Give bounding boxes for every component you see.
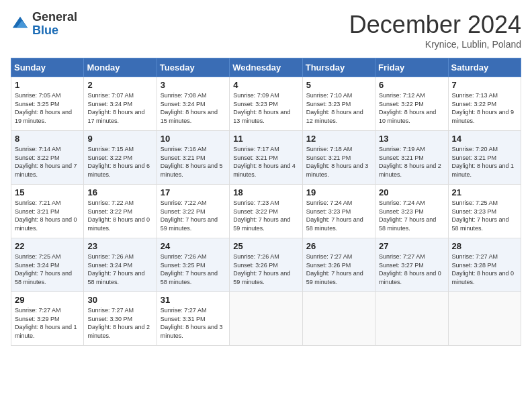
day-number: 2 [87, 80, 152, 90]
page-header: General Blue December 2024 Krynice, Lubl… [11, 11, 521, 50]
day-number: 14 [452, 134, 517, 144]
day-number: 30 [87, 295, 152, 305]
cell-details: Sunrise: 7:22 AMSunset: 3:22 PMDaylight:… [161, 199, 218, 232]
day-number: 3 [161, 80, 226, 90]
day-number: 26 [306, 241, 371, 251]
calendar-week-row: 29 Sunrise: 7:27 AMSunset: 3:29 PMDaylig… [11, 292, 521, 346]
cell-details: Sunrise: 7:16 AMSunset: 3:21 PMDaylight:… [161, 146, 223, 178]
day-number: 18 [233, 187, 298, 197]
cell-details: Sunrise: 7:18 AMSunset: 3:21 PMDaylight:… [306, 146, 369, 178]
day-number: 31 [161, 295, 226, 305]
calendar-week-row: 8 Sunrise: 7:14 AMSunset: 3:22 PMDayligh… [11, 131, 521, 185]
calendar-cell: 19 Sunrise: 7:24 AMSunset: 3:23 PMDaylig… [302, 185, 375, 238]
cell-details: Sunrise: 7:13 AMSunset: 3:22 PMDaylight:… [452, 92, 515, 124]
day-number: 11 [233, 134, 298, 144]
calendar-week-row: 1 Sunrise: 7:05 AMSunset: 3:25 PMDayligh… [11, 77, 521, 131]
calendar-day-header: Thursday [302, 58, 375, 77]
calendar-cell: 23 Sunrise: 7:26 AMSunset: 3:24 PMDaylig… [84, 238, 157, 292]
calendar-cell: 25 Sunrise: 7:26 AMSunset: 3:26 PMDaylig… [230, 238, 302, 292]
month-title: December 2024 [349, 11, 521, 39]
cell-details: Sunrise: 7:10 AMSunset: 3:23 PMDaylight:… [306, 92, 363, 124]
calendar-cell: 17 Sunrise: 7:22 AMSunset: 3:22 PMDaylig… [157, 185, 229, 238]
cell-details: Sunrise: 7:17 AMSunset: 3:21 PMDaylight:… [233, 146, 296, 178]
calendar-cell: 24 Sunrise: 7:26 AMSunset: 3:25 PMDaylig… [157, 238, 229, 292]
cell-details: Sunrise: 7:27 AMSunset: 3:29 PMDaylight:… [15, 307, 77, 339]
cell-details: Sunrise: 7:12 AMSunset: 3:22 PMDaylight:… [379, 92, 436, 124]
calendar-cell: 15 Sunrise: 7:21 AMSunset: 3:21 PMDaylig… [11, 185, 84, 238]
day-number: 12 [306, 134, 371, 144]
day-number: 17 [161, 187, 226, 197]
cell-details: Sunrise: 7:27 AMSunset: 3:26 PMDaylight:… [306, 253, 363, 285]
day-number: 5 [306, 80, 371, 90]
cell-details: Sunrise: 7:24 AMSunset: 3:23 PMDaylight:… [306, 199, 363, 232]
day-number: 19 [306, 187, 371, 197]
calendar-cell: 30 Sunrise: 7:27 AMSunset: 3:30 PMDaylig… [84, 292, 157, 346]
cell-details: Sunrise: 7:22 AMSunset: 3:22 PMDaylight:… [87, 199, 150, 232]
day-number: 23 [87, 241, 152, 251]
day-number: 20 [379, 187, 444, 197]
calendar-cell: 2 Sunrise: 7:07 AMSunset: 3:24 PMDayligh… [84, 77, 157, 131]
calendar-table: SundayMondayTuesdayWednesdayThursdayFrid… [11, 58, 521, 346]
location: Krynice, Lublin, Poland [349, 39, 521, 50]
calendar-cell: 16 Sunrise: 7:22 AMSunset: 3:22 PMDaylig… [84, 185, 157, 238]
cell-details: Sunrise: 7:26 AMSunset: 3:26 PMDaylight:… [233, 253, 290, 285]
calendar-cell: 13 Sunrise: 7:19 AMSunset: 3:21 PMDaylig… [375, 131, 448, 185]
calendar-day-header: Monday [84, 58, 157, 77]
cell-details: Sunrise: 7:20 AMSunset: 3:21 PMDaylight:… [452, 146, 515, 178]
title-block: December 2024 Krynice, Lublin, Poland [349, 11, 521, 50]
calendar-day-header: Sunday [11, 58, 84, 77]
calendar-cell: 21 Sunrise: 7:25 AMSunset: 3:23 PMDaylig… [448, 185, 521, 238]
cell-details: Sunrise: 7:15 AMSunset: 3:22 PMDaylight:… [87, 146, 150, 178]
calendar-cell: 7 Sunrise: 7:13 AMSunset: 3:22 PMDayligh… [448, 77, 521, 131]
calendar-cell: 14 Sunrise: 7:20 AMSunset: 3:21 PMDaylig… [448, 131, 521, 185]
logo-icon [11, 15, 30, 34]
calendar-cell: 27 Sunrise: 7:27 AMSunset: 3:27 PMDaylig… [375, 238, 448, 292]
calendar-cell: 8 Sunrise: 7:14 AMSunset: 3:22 PMDayligh… [11, 131, 84, 185]
calendar-cell: 28 Sunrise: 7:27 AMSunset: 3:28 PMDaylig… [448, 238, 521, 292]
calendar-cell [448, 292, 521, 346]
calendar-cell: 4 Sunrise: 7:09 AMSunset: 3:23 PMDayligh… [230, 77, 302, 131]
calendar-cell: 10 Sunrise: 7:16 AMSunset: 3:21 PMDaylig… [157, 131, 229, 185]
calendar-cell: 11 Sunrise: 7:17 AMSunset: 3:21 PMDaylig… [230, 131, 302, 185]
cell-details: Sunrise: 7:25 AMSunset: 3:24 PMDaylight:… [15, 253, 72, 285]
calendar-header-row: SundayMondayTuesdayWednesdayThursdayFrid… [11, 58, 521, 77]
cell-details: Sunrise: 7:25 AMSunset: 3:23 PMDaylight:… [452, 199, 509, 232]
day-number: 8 [15, 134, 80, 144]
calendar-cell: 20 Sunrise: 7:24 AMSunset: 3:23 PMDaylig… [375, 185, 448, 238]
calendar-cell: 1 Sunrise: 7:05 AMSunset: 3:25 PMDayligh… [11, 77, 84, 131]
cell-details: Sunrise: 7:05 AMSunset: 3:25 PMDaylight:… [15, 92, 72, 124]
day-number: 13 [379, 134, 444, 144]
cell-details: Sunrise: 7:27 AMSunset: 3:28 PMDaylight:… [452, 253, 515, 285]
calendar-cell: 9 Sunrise: 7:15 AMSunset: 3:22 PMDayligh… [84, 131, 157, 185]
day-number: 22 [15, 241, 80, 251]
day-number: 21 [452, 187, 517, 197]
calendar-day-header: Tuesday [157, 58, 229, 77]
calendar-week-row: 15 Sunrise: 7:21 AMSunset: 3:21 PMDaylig… [11, 185, 521, 238]
calendar-day-header: Saturday [448, 58, 521, 77]
cell-details: Sunrise: 7:14 AMSunset: 3:22 PMDaylight:… [15, 146, 77, 178]
day-number: 10 [161, 134, 226, 144]
calendar-cell [302, 292, 375, 346]
day-number: 28 [452, 241, 517, 251]
calendar-cell: 31 Sunrise: 7:27 AMSunset: 3:31 PMDaylig… [157, 292, 229, 346]
day-number: 9 [87, 134, 152, 144]
calendar-day-header: Wednesday [230, 58, 302, 77]
calendar-cell: 29 Sunrise: 7:27 AMSunset: 3:29 PMDaylig… [11, 292, 84, 346]
cell-details: Sunrise: 7:27 AMSunset: 3:27 PMDaylight:… [379, 253, 441, 285]
cell-details: Sunrise: 7:07 AMSunset: 3:24 PMDaylight:… [87, 92, 144, 124]
cell-details: Sunrise: 7:26 AMSunset: 3:25 PMDaylight:… [161, 253, 218, 285]
cell-details: Sunrise: 7:09 AMSunset: 3:23 PMDaylight:… [233, 92, 290, 124]
day-number: 24 [161, 241, 226, 251]
day-number: 27 [379, 241, 444, 251]
calendar-cell: 6 Sunrise: 7:12 AMSunset: 3:22 PMDayligh… [375, 77, 448, 131]
logo-blue-text: Blue [32, 24, 77, 38]
day-number: 16 [87, 187, 152, 197]
day-number: 1 [15, 80, 80, 90]
calendar-cell: 12 Sunrise: 7:18 AMSunset: 3:21 PMDaylig… [302, 131, 375, 185]
logo: General Blue [11, 11, 77, 38]
cell-details: Sunrise: 7:26 AMSunset: 3:24 PMDaylight:… [87, 253, 144, 285]
calendar-cell [375, 292, 448, 346]
cell-details: Sunrise: 7:21 AMSunset: 3:21 PMDaylight:… [15, 199, 77, 232]
calendar-cell: 3 Sunrise: 7:08 AMSunset: 3:24 PMDayligh… [157, 77, 229, 131]
calendar-cell: 26 Sunrise: 7:27 AMSunset: 3:26 PMDaylig… [302, 238, 375, 292]
